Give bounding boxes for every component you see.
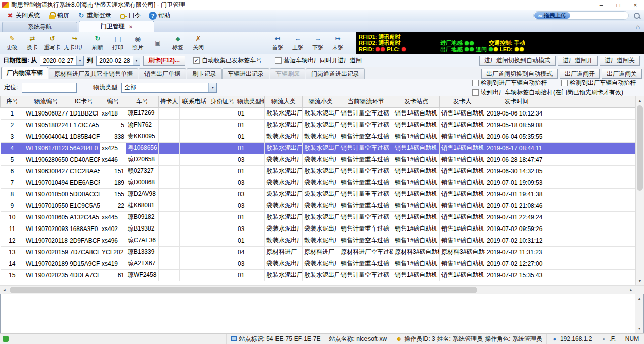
table-cell[interactable]: CD40AECF [68,154,100,165]
doc-tab[interactable]: 原材料进厂及其它非销售单据 [49,68,138,79]
table-cell[interactable]: 原材料3#磅自助机 [393,246,440,258]
table-cell[interactable] [180,211,209,223]
scroll-down-icon[interactable] [636,277,644,285]
table-cell[interactable]: 03 [236,188,265,200]
table-cell[interactable]: 5 [100,119,126,131]
table-cell[interactable]: 袋装水泥出厂 [265,154,303,165]
table-cell[interactable]: 56A284F0 [68,142,100,154]
table-cell[interactable]: 销售1#磅自助机 [393,269,440,281]
table-cell[interactable]: 01 [236,142,265,154]
table-cell[interactable]: YCL202 [100,246,126,258]
table-cell[interactable]: 袋装水泥出厂 [265,258,303,269]
table-cell[interactable]: 销售1#磅自助机 [393,119,440,131]
table-cell[interactable]: 散装水泥出厂 [303,107,339,119]
table-cell[interactable]: 01 [236,107,265,119]
table-cell[interactable]: 销售1#磅自助机 [440,119,485,131]
table-cell[interactable]: 散装水泥出厂 [265,131,303,142]
table-cell[interactable]: 01 [236,211,265,223]
table-cell[interactable]: 189 [100,177,126,188]
entry-gate-button[interactable]: 进厂道闸开 [558,56,598,66]
search-icon[interactable] [633,12,641,20]
table-cell[interactable]: 原材料进厂 [265,246,303,258]
table-cell[interactable] [159,246,180,258]
table-cell[interactable]: 销售1#磅自助机 [393,235,440,246]
table-cell[interactable]: 销售计量空车过磅 [339,119,393,131]
table-cell[interactable] [209,200,236,211]
table-row[interactable]: 12WL19070201182D9FABCFxs496琼C7AF3601散装水泥… [1,235,636,246]
table-cell[interactable]: 8 [1,188,24,200]
table-cell[interactable]: 销售1#磅自助机 [393,107,440,119]
table-cell[interactable]: 散装水泥出厂 [265,235,303,246]
table-row[interactable]: 15WL19070202354DDFA7CF61琼WF245801散装水泥出厂散… [1,269,636,281]
table-cell[interactable]: WL1907010500 [24,188,68,200]
column-header[interactable]: 联系电话 [180,96,209,107]
toolbar-button[interactable]: 换卡 [22,33,42,53]
table-cell[interactable]: 散装水泥出厂 [303,235,339,246]
table-cell[interactable] [159,200,180,211]
table-cell[interactable]: 散装水泥出厂 [303,165,339,177]
upload-button[interactable]: 拖拽上传 [534,12,570,19]
toolbar-button[interactable] [148,33,168,53]
table-cell[interactable]: 渝FN762 [126,119,159,131]
table-cell[interactable]: 散装水泥出厂 [303,119,339,131]
table-cell[interactable]: 销售1#磅自助机 [440,107,485,119]
table-cell[interactable]: 2 [1,119,24,131]
table-cell[interactable]: 2019-05-06 10:12:34 [485,107,548,119]
table-cell[interactable]: 销售1#磅自助机 [393,211,440,223]
column-header[interactable]: 编号 [100,96,126,107]
table-cell[interactable]: 01 [236,165,265,177]
record-nav-button[interactable]: 上张 [288,33,308,53]
vscrollbar-track[interactable] [635,303,643,324]
table-cell[interactable]: 散装水泥出厂 [303,142,339,154]
table-cell[interactable] [209,258,236,269]
table-cell[interactable]: 袋装水泥出厂 [265,223,303,235]
table-cell[interactable] [209,235,236,246]
table-cell[interactable] [180,188,209,200]
column-header[interactable]: 车号 [126,96,159,107]
table-cell[interactable]: WL1905060277 [24,107,68,119]
table-cell[interactable]: 销售计量重车过磅 [339,177,393,188]
table-cell[interactable] [180,119,209,131]
column-header[interactable]: 发卡时间 [485,96,548,107]
table-cell[interactable]: 2019-05-18 08:59:08 [485,119,548,131]
table-cell[interactable]: 2019-07-02 12:27:00 [485,258,548,269]
table-cell[interactable]: 2019-07-01 19:41:38 [485,188,548,200]
table-cell[interactable] [209,131,236,142]
toolbar-button[interactable]: 标签 [168,33,188,53]
table-cell[interactable]: 袋装水泥出厂 [265,188,303,200]
table-cell[interactable]: 销售1#磅自助机 [440,131,485,142]
table-cell[interactable]: 01 [236,131,265,142]
entry-gate-button[interactable]: 进厂道闸关 [600,56,640,66]
table-cell[interactable]: 袋装水泥出厂 [265,177,303,188]
table-cell[interactable]: 销售1#磅自助机 [393,154,440,165]
exit-gate-button[interactable]: 出厂道闸关 [602,69,642,79]
doc-tab[interactable]: 厂内物流车辆 [1,67,48,79]
column-header[interactable]: 物流小类 [303,96,339,107]
table-cell[interactable] [180,200,209,211]
table-cell[interactable] [180,269,209,281]
scroll-left-icon[interactable] [0,286,9,294]
column-header[interactable]: 当前物流环节 [339,96,393,107]
table-cell[interactable]: 销售1#磅自助机 [393,131,440,142]
table-cell[interactable]: 151 [100,165,126,177]
table-cell[interactable]: 11 [1,223,24,235]
table-cell[interactable]: 03 [236,223,265,235]
table-cell[interactable] [180,246,209,258]
exit-gate-button[interactable]: 出厂道闸开 [560,69,600,79]
table-cell[interactable] [180,177,209,188]
table-row[interactable]: 7WL1907010494EDE6ABCF189琼D0086803袋装水泥出厂袋… [1,177,636,188]
locate-input[interactable] [22,83,77,93]
table-cell[interactable] [209,223,236,235]
scroll-right-icon[interactable] [627,286,635,294]
table-row[interactable]: 3WL19060400411D85B4CF338贵KK009501散装水泥出厂散… [1,131,636,142]
toolbar-button[interactable]: 打印 [108,33,128,53]
table-cell[interactable]: 销售1#磅自助机 [393,258,440,269]
table-cell[interactable] [159,107,180,119]
doc-tab[interactable]: 刷卡记录 [187,68,222,79]
table-cell[interactable] [159,235,180,246]
table-cell[interactable]: 04 [236,246,265,258]
table-row[interactable]: 4WL190617012356A284F0xs425粤106865601散装水泥… [1,142,636,154]
table-cell[interactable]: 1D1BB2CF [68,107,100,119]
table-cell[interactable]: 销售1#磅自助机 [440,269,485,281]
record-nav-button[interactable]: 下张 [308,33,328,53]
